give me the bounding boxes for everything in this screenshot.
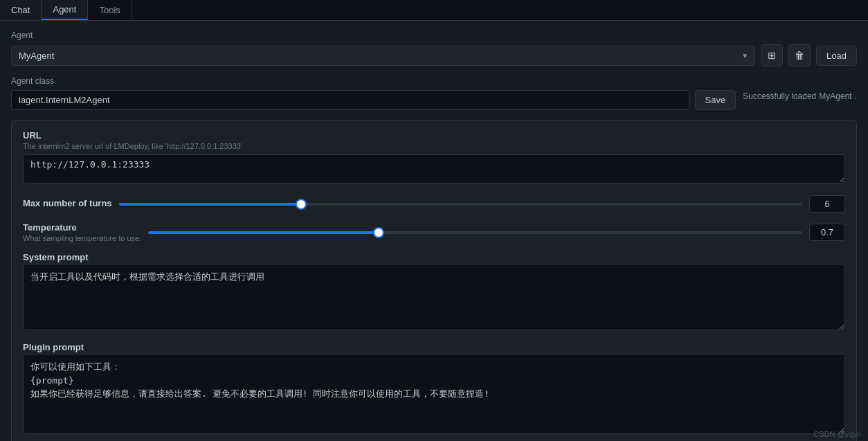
plugin-prompt-input[interactable]: 你可以使用如下工具： {prompt} 如果你已经获得足够信息，请直接给出答案.… (23, 354, 845, 434)
temperature-label: Temperature (23, 222, 141, 233)
status-text: Successfully loaded (743, 91, 816, 101)
tab-bar: Chat Agent Tools (0, 0, 868, 21)
copy-icon: ⊞ (768, 50, 776, 61)
main-content: Agent MyAgent ▼ ⊞ 🗑 Load Agent class Sav… (0, 21, 868, 441)
tab-tools[interactable]: Tools (88, 0, 132, 20)
temperature-section: Temperature What sampling temperature to… (23, 222, 845, 242)
status-area: Successfully loaded MyAgent . (743, 76, 857, 101)
url-input[interactable]: http://127.0.0.1:23333 (23, 154, 845, 183)
url-label: URL (23, 130, 845, 141)
agent-class-label: Agent class (11, 76, 736, 86)
agent-select-wrapper: MyAgent ▼ (11, 46, 755, 66)
max-turns-label: Max number of turns (23, 198, 112, 208)
page-footer: CSDN @yqyn (813, 430, 861, 438)
temperature-value: 0.7 (809, 224, 845, 241)
plugin-prompt-label: Plugin prompt (23, 342, 845, 352)
config-panel: URL The internlm2 server url of LMDeploy… (11, 120, 857, 441)
temperature-slider[interactable] (148, 231, 802, 234)
agent-section-label: Agent (11, 30, 857, 40)
load-button[interactable]: Load (816, 46, 857, 66)
system-prompt-label: System prompt (23, 252, 845, 262)
url-section: URL The internlm2 server url of LMDeploy… (23, 130, 845, 186)
system-prompt-section: System prompt 当开启工具以及代码时，根据需求选择合适的工具进行调用 (23, 252, 845, 332)
agent-badge: MyAgent (819, 91, 851, 101)
plugin-prompt-section: Plugin prompt 你可以使用如下工具： {prompt} 如果你已经获… (23, 342, 845, 436)
temperature-hint: What sampling temperature to use. (23, 234, 141, 242)
url-hint: The internlm2 server url of LMDeploy, li… (23, 142, 845, 150)
max-turns-value: 6 (809, 195, 845, 213)
footer-text: CSDN @yqyn (813, 430, 861, 438)
tab-chat[interactable]: Chat (0, 0, 42, 20)
copy-button[interactable]: ⊞ (761, 44, 783, 66)
save-button[interactable]: Save (695, 90, 736, 110)
agent-selector-row: MyAgent ▼ ⊞ 🗑 Load (11, 44, 857, 66)
max-turns-slider[interactable] (119, 203, 802, 206)
system-prompt-input[interactable]: 当开启工具以及代码时，根据需求选择合适的工具进行调用 (23, 264, 845, 330)
tab-agent[interactable]: Agent (42, 0, 88, 20)
trash-icon: 🗑 (795, 50, 804, 61)
agent-class-input[interactable] (11, 90, 689, 110)
agent-select[interactable]: MyAgent (11, 46, 755, 66)
status-suffix: . (855, 91, 857, 101)
delete-button[interactable]: 🗑 (788, 44, 811, 66)
max-turns-section: Max number of turns 6 (23, 195, 845, 213)
